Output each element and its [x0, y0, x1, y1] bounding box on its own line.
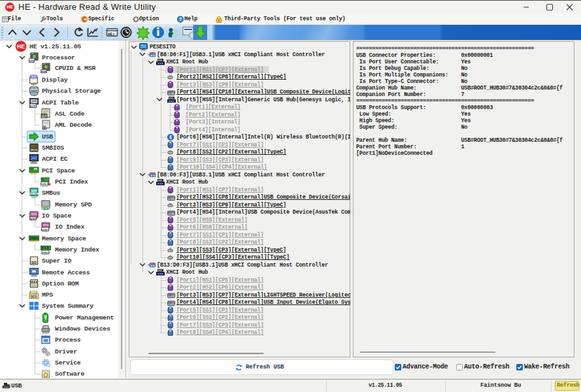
svg-text:space: space [29, 217, 37, 220]
svg-text:BIOS: BIOS [31, 148, 38, 152]
svg-text:EDID: EDID [30, 75, 37, 78]
svg-text:?: ? [179, 16, 182, 22]
svg-text:SMBUS: SMBUS [29, 192, 39, 195]
svg-text:55AA: 55AA [30, 281, 38, 284]
svg-text:index: index [42, 251, 50, 254]
svg-text:HE: HE [17, 43, 25, 50]
svg-text:index: index [42, 228, 50, 231]
svg-text:ACPI: ACPI [29, 105, 37, 108]
svg-text:HE>: HE> [108, 32, 115, 37]
svg-text:MSR: MSR [41, 70, 47, 73]
svg-text:index: index [41, 182, 49, 186]
svg-text:SPD: SPD [43, 206, 49, 210]
svg-text:MPS: MPS [31, 295, 37, 298]
svg-text:ASL: ASL [41, 114, 47, 118]
svg-text:SIO: SIO [31, 261, 37, 265]
svg-text:info: info [29, 59, 34, 63]
